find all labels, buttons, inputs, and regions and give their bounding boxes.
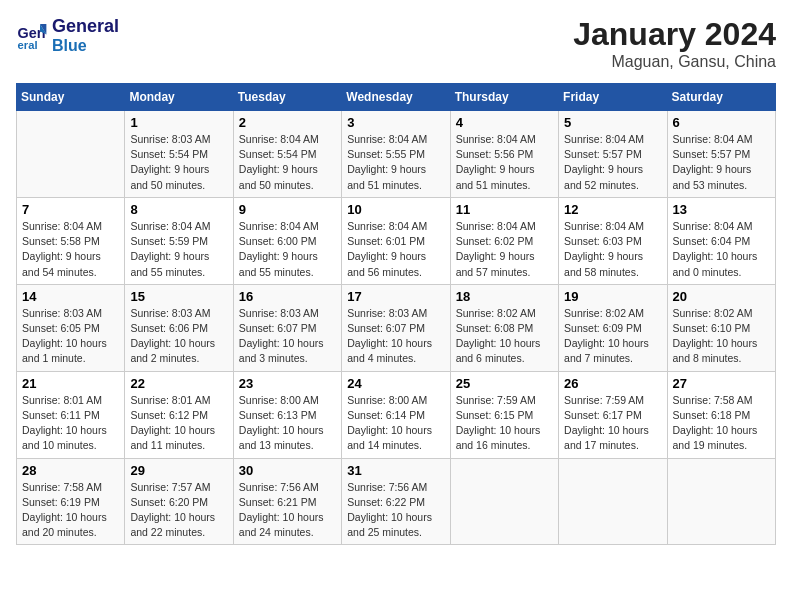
day-info: Sunrise: 8:01 AM Sunset: 6:12 PM Dayligh… — [130, 393, 227, 454]
day-info: Sunrise: 7:59 AM Sunset: 6:15 PM Dayligh… — [456, 393, 553, 454]
day-info: Sunrise: 8:04 AM Sunset: 5:58 PM Dayligh… — [22, 219, 119, 280]
title-block: January 2024 Maguan, Gansu, China — [573, 16, 776, 71]
calendar-cell: 3Sunrise: 8:04 AM Sunset: 5:55 PM Daylig… — [342, 111, 450, 198]
day-info: Sunrise: 7:56 AM Sunset: 6:21 PM Dayligh… — [239, 480, 336, 541]
day-number: 10 — [347, 202, 444, 217]
day-info: Sunrise: 8:04 AM Sunset: 5:56 PM Dayligh… — [456, 132, 553, 193]
day-number: 23 — [239, 376, 336, 391]
calendar-cell: 10Sunrise: 8:04 AM Sunset: 6:01 PM Dayli… — [342, 197, 450, 284]
day-info: Sunrise: 7:58 AM Sunset: 6:18 PM Dayligh… — [673, 393, 770, 454]
calendar-cell: 11Sunrise: 8:04 AM Sunset: 6:02 PM Dayli… — [450, 197, 558, 284]
page-header: Gen eral General Blue January 2024 Magua… — [16, 16, 776, 71]
day-info: Sunrise: 8:03 AM Sunset: 6:07 PM Dayligh… — [239, 306, 336, 367]
day-info: Sunrise: 7:57 AM Sunset: 6:20 PM Dayligh… — [130, 480, 227, 541]
calendar-cell: 23Sunrise: 8:00 AM Sunset: 6:13 PM Dayli… — [233, 371, 341, 458]
day-number: 22 — [130, 376, 227, 391]
calendar-cell — [450, 458, 558, 545]
day-info: Sunrise: 7:59 AM Sunset: 6:17 PM Dayligh… — [564, 393, 661, 454]
day-number: 17 — [347, 289, 444, 304]
day-number: 21 — [22, 376, 119, 391]
week-row-1: 1Sunrise: 8:03 AM Sunset: 5:54 PM Daylig… — [17, 111, 776, 198]
day-number: 1 — [130, 115, 227, 130]
day-info: Sunrise: 8:04 AM Sunset: 5:55 PM Dayligh… — [347, 132, 444, 193]
calendar-cell: 16Sunrise: 8:03 AM Sunset: 6:07 PM Dayli… — [233, 284, 341, 371]
logo-icon: Gen eral — [16, 20, 48, 52]
day-number: 18 — [456, 289, 553, 304]
col-header-sunday: Sunday — [17, 84, 125, 111]
calendar-cell: 27Sunrise: 7:58 AM Sunset: 6:18 PM Dayli… — [667, 371, 775, 458]
col-header-saturday: Saturday — [667, 84, 775, 111]
day-info: Sunrise: 8:04 AM Sunset: 5:57 PM Dayligh… — [673, 132, 770, 193]
day-info: Sunrise: 8:00 AM Sunset: 6:14 PM Dayligh… — [347, 393, 444, 454]
day-info: Sunrise: 8:02 AM Sunset: 6:09 PM Dayligh… — [564, 306, 661, 367]
day-info: Sunrise: 8:02 AM Sunset: 6:10 PM Dayligh… — [673, 306, 770, 367]
calendar-title: January 2024 — [573, 16, 776, 53]
day-number: 3 — [347, 115, 444, 130]
day-info: Sunrise: 8:04 AM Sunset: 6:03 PM Dayligh… — [564, 219, 661, 280]
col-header-monday: Monday — [125, 84, 233, 111]
calendar-cell: 17Sunrise: 8:03 AM Sunset: 6:07 PM Dayli… — [342, 284, 450, 371]
day-info: Sunrise: 7:58 AM Sunset: 6:19 PM Dayligh… — [22, 480, 119, 541]
calendar-cell: 1Sunrise: 8:03 AM Sunset: 5:54 PM Daylig… — [125, 111, 233, 198]
logo-line1: General — [52, 16, 119, 37]
day-number: 30 — [239, 463, 336, 478]
calendar-cell: 14Sunrise: 8:03 AM Sunset: 6:05 PM Dayli… — [17, 284, 125, 371]
day-number: 14 — [22, 289, 119, 304]
week-row-4: 21Sunrise: 8:01 AM Sunset: 6:11 PM Dayli… — [17, 371, 776, 458]
week-row-2: 7Sunrise: 8:04 AM Sunset: 5:58 PM Daylig… — [17, 197, 776, 284]
day-info: Sunrise: 8:02 AM Sunset: 6:08 PM Dayligh… — [456, 306, 553, 367]
col-header-thursday: Thursday — [450, 84, 558, 111]
logo-line2: Blue — [52, 37, 119, 55]
day-number: 27 — [673, 376, 770, 391]
day-info: Sunrise: 8:03 AM Sunset: 5:54 PM Dayligh… — [130, 132, 227, 193]
day-number: 15 — [130, 289, 227, 304]
calendar-cell: 8Sunrise: 8:04 AM Sunset: 5:59 PM Daylig… — [125, 197, 233, 284]
col-header-wednesday: Wednesday — [342, 84, 450, 111]
day-number: 16 — [239, 289, 336, 304]
day-info: Sunrise: 8:04 AM Sunset: 5:54 PM Dayligh… — [239, 132, 336, 193]
calendar-cell: 12Sunrise: 8:04 AM Sunset: 6:03 PM Dayli… — [559, 197, 667, 284]
day-number: 2 — [239, 115, 336, 130]
calendar-cell: 25Sunrise: 7:59 AM Sunset: 6:15 PM Dayli… — [450, 371, 558, 458]
col-header-friday: Friday — [559, 84, 667, 111]
day-number: 6 — [673, 115, 770, 130]
day-info: Sunrise: 8:03 AM Sunset: 6:07 PM Dayligh… — [347, 306, 444, 367]
column-headers: SundayMondayTuesdayWednesdayThursdayFrid… — [17, 84, 776, 111]
calendar-cell: 4Sunrise: 8:04 AM Sunset: 5:56 PM Daylig… — [450, 111, 558, 198]
day-number: 24 — [347, 376, 444, 391]
logo: Gen eral General Blue — [16, 16, 119, 55]
day-number: 13 — [673, 202, 770, 217]
calendar-cell: 24Sunrise: 8:00 AM Sunset: 6:14 PM Dayli… — [342, 371, 450, 458]
day-info: Sunrise: 8:03 AM Sunset: 6:05 PM Dayligh… — [22, 306, 119, 367]
day-number: 12 — [564, 202, 661, 217]
calendar-cell — [17, 111, 125, 198]
day-info: Sunrise: 8:04 AM Sunset: 6:00 PM Dayligh… — [239, 219, 336, 280]
week-row-3: 14Sunrise: 8:03 AM Sunset: 6:05 PM Dayli… — [17, 284, 776, 371]
day-number: 26 — [564, 376, 661, 391]
day-number: 29 — [130, 463, 227, 478]
calendar-cell — [667, 458, 775, 545]
calendar-cell: 9Sunrise: 8:04 AM Sunset: 6:00 PM Daylig… — [233, 197, 341, 284]
calendar-cell: 2Sunrise: 8:04 AM Sunset: 5:54 PM Daylig… — [233, 111, 341, 198]
svg-text:eral: eral — [18, 38, 38, 50]
calendar-cell: 20Sunrise: 8:02 AM Sunset: 6:10 PM Dayli… — [667, 284, 775, 371]
day-number: 31 — [347, 463, 444, 478]
calendar-cell: 6Sunrise: 8:04 AM Sunset: 5:57 PM Daylig… — [667, 111, 775, 198]
calendar-cell: 5Sunrise: 8:04 AM Sunset: 5:57 PM Daylig… — [559, 111, 667, 198]
calendar-cell: 29Sunrise: 7:57 AM Sunset: 6:20 PM Dayli… — [125, 458, 233, 545]
calendar-cell: 30Sunrise: 7:56 AM Sunset: 6:21 PM Dayli… — [233, 458, 341, 545]
calendar-cell — [559, 458, 667, 545]
day-number: 19 — [564, 289, 661, 304]
day-info: Sunrise: 8:04 AM Sunset: 5:59 PM Dayligh… — [130, 219, 227, 280]
calendar-cell: 13Sunrise: 8:04 AM Sunset: 6:04 PM Dayli… — [667, 197, 775, 284]
day-info: Sunrise: 8:04 AM Sunset: 6:02 PM Dayligh… — [456, 219, 553, 280]
day-info: Sunrise: 8:03 AM Sunset: 6:06 PM Dayligh… — [130, 306, 227, 367]
calendar-subtitle: Maguan, Gansu, China — [573, 53, 776, 71]
day-info: Sunrise: 8:01 AM Sunset: 6:11 PM Dayligh… — [22, 393, 119, 454]
day-number: 28 — [22, 463, 119, 478]
day-number: 4 — [456, 115, 553, 130]
day-info: Sunrise: 8:04 AM Sunset: 5:57 PM Dayligh… — [564, 132, 661, 193]
day-info: Sunrise: 8:04 AM Sunset: 6:01 PM Dayligh… — [347, 219, 444, 280]
day-number: 25 — [456, 376, 553, 391]
calendar-cell: 7Sunrise: 8:04 AM Sunset: 5:58 PM Daylig… — [17, 197, 125, 284]
